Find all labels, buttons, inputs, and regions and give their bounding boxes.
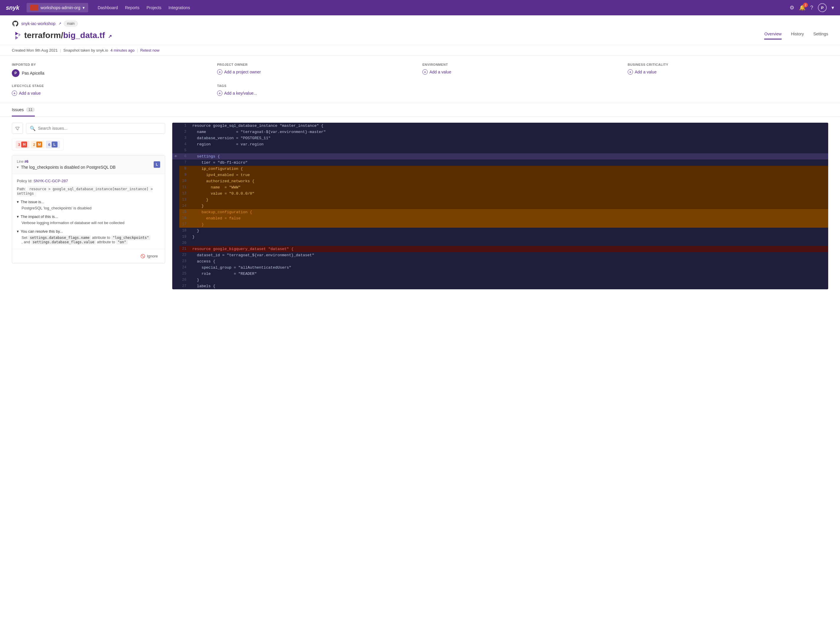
line-number: 19 <box>179 234 189 240</box>
notification-icon[interactable]: 🔔 2 <box>799 5 806 11</box>
line-number: 7 <box>179 159 189 166</box>
sep2: | <box>137 48 138 53</box>
tab-overview[interactable]: Overview <box>764 32 781 40</box>
eye-cell <box>172 190 179 197</box>
line-number: 16 <box>179 215 189 221</box>
tab-history[interactable]: History <box>791 32 804 40</box>
settings-icon[interactable]: ⚙ <box>789 5 794 11</box>
org-selector[interactable]: workshops-admin-org ▾ <box>26 3 88 12</box>
retest-button[interactable]: Retest now <box>141 48 159 53</box>
add-tags-btn[interactable]: + Add a key/value... <box>217 91 418 96</box>
svg-marker-2 <box>19 33 21 37</box>
filter-button[interactable] <box>12 123 23 134</box>
eye-cell <box>172 178 179 184</box>
file-title-bar: terraform/big_data.tf ↗ Overview History… <box>0 29 840 45</box>
resolve-section-content: Set settings.database_flags.name attribu… <box>17 235 160 244</box>
resolve-section: ▾ You can resolve this by... Set setting… <box>17 229 160 244</box>
line-content: region = var.region <box>189 141 828 147</box>
code-line: 20 <box>172 240 828 246</box>
add-business-criticality-btn[interactable]: + Add a value <box>628 69 828 75</box>
code-line: 17 } <box>172 221 828 228</box>
line-number: 14 <box>179 203 189 209</box>
issues-tab[interactable]: Issues 11 <box>12 103 35 116</box>
medium-letter: M <box>36 142 42 147</box>
policy-id-row: Policy Id: SNYK-CC-GCP-287 <box>17 179 160 183</box>
code-line: 12 value = "0.0.0.0/0" <box>172 190 828 197</box>
add-environment-btn[interactable]: + Add a value <box>422 69 623 75</box>
line-number: 24 <box>179 264 189 271</box>
github-icon <box>12 20 19 27</box>
line-number: 15 <box>179 209 189 215</box>
org-name: workshops-admin-org <box>41 5 80 10</box>
nav-reports[interactable]: Reports <box>125 4 139 11</box>
code-line: 7 tier = "db-f1-micro" <box>172 159 828 166</box>
line-number: 17 <box>179 221 189 228</box>
issues-tab-label: Issues <box>12 107 23 112</box>
line-content: access { <box>189 258 828 264</box>
resolve-line2-mid: attribute to <box>97 240 116 244</box>
code-line: 15 backup_configuration { <box>172 209 828 215</box>
help-icon[interactable]: ? <box>810 5 813 11</box>
ignore-button[interactable]: 🚫 Ignore <box>138 253 160 259</box>
search-input[interactable] <box>38 126 161 131</box>
issues-right: 1resource google_sql_database_instance "… <box>172 123 828 289</box>
line-number: 6 <box>179 153 189 159</box>
code-line: 24 special_group = "allAuthenticatedUser… <box>172 264 828 271</box>
issue-card: Line #6 ▾ The log_checkpoints is disable… <box>12 155 165 263</box>
eye-cell: 👁 <box>172 153 179 159</box>
issue-section-title: The issue is... <box>21 200 44 204</box>
user-dropdown-icon[interactable]: ▾ <box>831 5 834 11</box>
sep1: | <box>60 48 61 53</box>
line-content: ip_configuration { <box>189 166 828 172</box>
code-line: 2 name = "terragoat-${var.environment}-m… <box>172 129 828 135</box>
issues-left: 🔍 3 H 2 M 6 L <box>12 123 165 289</box>
user-avatar[interactable]: P <box>818 3 827 12</box>
add-lifecycle-btn[interactable]: + Add a value <box>12 91 212 96</box>
resolve-section-title: You can resolve this by... <box>21 229 63 233</box>
tab-settings[interactable]: Settings <box>813 32 828 40</box>
chevron-impact: ▾ <box>17 215 19 219</box>
line-content: } <box>189 234 828 240</box>
resolve-line2: , and <box>22 240 30 244</box>
attr-environment: ENVIRONMENT + Add a value <box>422 63 623 77</box>
issue-section-header[interactable]: ▾ The issue is... <box>17 200 160 204</box>
impact-section-title: The impact of this is... <box>21 215 58 219</box>
issue-section: ▾ The issue is... PostgreSQL 'log_checkp… <box>17 200 160 210</box>
eye-cell <box>172 129 179 135</box>
impact-section-header[interactable]: ▾ The impact of this is... <box>17 215 160 219</box>
issue-chevron-icon[interactable]: ▾ <box>17 165 19 169</box>
line-number: 10 <box>179 178 189 184</box>
severity-bar: 3 H 2 M 6 L <box>12 139 64 150</box>
search-bar: 🔍 <box>12 123 165 134</box>
policy-id-link[interactable]: SNYK-CC-GCP-287 <box>33 179 68 183</box>
svg-marker-1 <box>15 36 18 40</box>
breadcrumb: snyk-iac-workshop ↗ main <box>0 15 840 29</box>
line-number: 25 <box>179 271 189 277</box>
high-letter: H <box>21 142 27 147</box>
add-project-owner-btn[interactable]: + Add a project owner <box>217 69 418 75</box>
code-line: 22 dataset_id = "terragoat_${var.environ… <box>172 252 828 258</box>
line-content: dataset_id = "terragoat_${var.environmen… <box>189 252 828 258</box>
code-line: 11 name = "WWW" <box>172 184 828 190</box>
attr-lifecycle: LIFECYCLE STAGE + Add a value <box>12 84 212 96</box>
code-line: 23 access { <box>172 258 828 264</box>
importer-name: Pas Apicella <box>22 71 44 76</box>
file-external-icon: ↗ <box>108 34 112 39</box>
repo-link[interactable]: snyk-iac-workshop <box>21 21 56 26</box>
issue-path: resource > google_sql_database_instance[… <box>17 186 153 197</box>
impact-section-content: Verbose logging information of database … <box>17 221 160 225</box>
issue-title-row: ▾ The log_checkpoints is disabled on Pos… <box>17 165 116 170</box>
resolve-section-header[interactable]: ▾ You can resolve this by... <box>17 229 160 233</box>
file-tabs: Overview History Settings <box>764 32 828 40</box>
nav-integrations[interactable]: Integrations <box>168 4 190 11</box>
resolve-code1: settings.database_flags.name <box>28 235 91 240</box>
code-line: 9 ipv4_enabled = true <box>172 172 828 178</box>
issue-footer: 🚫 Ignore <box>12 249 165 263</box>
line-content: role = "READER" <box>189 271 828 277</box>
attr-imported-by: IMPORTED BY P Pas Apicella <box>12 63 212 77</box>
code-line: 21resource google_bigquery_dataset "data… <box>172 246 828 252</box>
code-line: 26 } <box>172 277 828 283</box>
line-number: 26 <box>179 277 189 283</box>
nav-dashboard[interactable]: Dashboard <box>97 4 118 11</box>
nav-projects[interactable]: Projects <box>147 4 162 11</box>
